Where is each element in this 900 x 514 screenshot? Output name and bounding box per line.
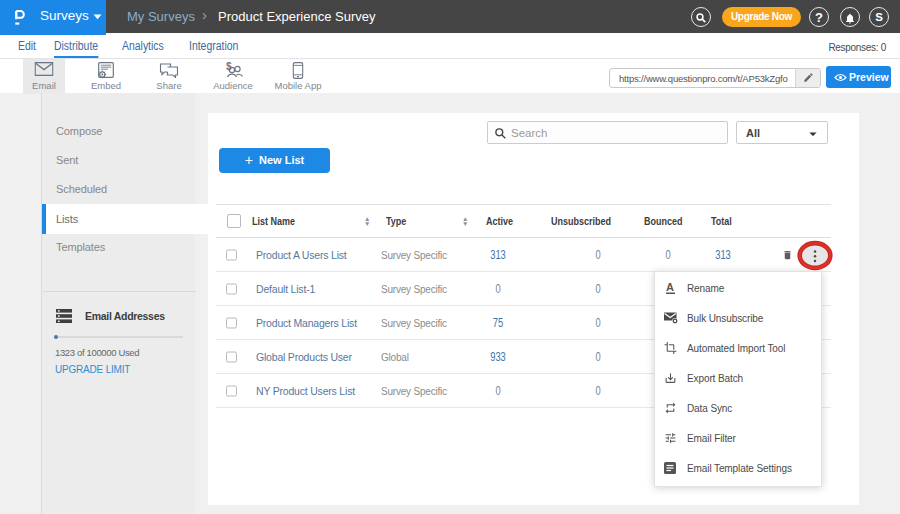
- svg-text:A: A: [666, 282, 674, 294]
